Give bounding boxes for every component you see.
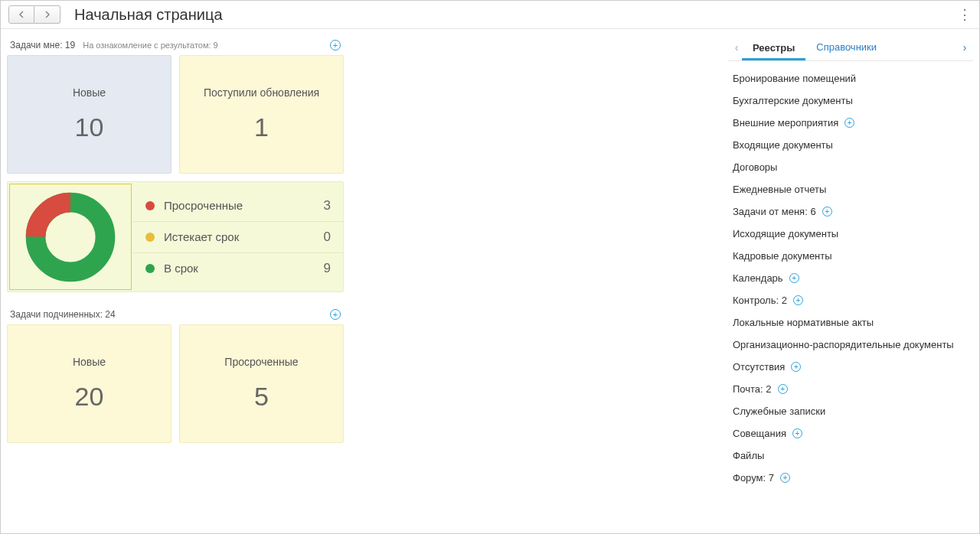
registry-item[interactable]: Почта: 2+ (731, 378, 970, 400)
registry-item[interactable]: Бухгалтерские документы (731, 90, 970, 112)
registry-item[interactable]: Контроль: 2+ (731, 289, 970, 311)
registry-item[interactable]: Кадровые документы (731, 245, 970, 267)
registry-list: Бронирование помещенийБухгалтерские доку… (728, 61, 973, 495)
more-menu-button[interactable]: ⋮ (958, 13, 972, 16)
donut-chart (24, 191, 116, 283)
registry-item-label: Входящие документы (733, 139, 833, 151)
registry-item-label: Организационно-распорядительные документ… (733, 339, 954, 350)
legend-label: Истекает срок (164, 230, 303, 243)
card-value: 5 (254, 382, 269, 412)
sub-tasks-header: Задачи подчиненных: 24 + (7, 306, 344, 324)
tab-directories[interactable]: Справочники (805, 37, 887, 57)
registry-item[interactable]: Локальные нормативные акты (731, 311, 970, 334)
card-label: Просроченные (224, 356, 298, 368)
add-icon[interactable]: + (844, 118, 854, 128)
legend-row-ontime[interactable]: В срок 9 (133, 253, 343, 284)
tasks-cards-row: Новые 10 Поступили обновления 1 (7, 55, 344, 174)
tabs-next-button[interactable]: › (959, 41, 970, 54)
card-label: Новые (73, 356, 106, 368)
registry-item[interactable]: Организационно-распорядительные документ… (731, 334, 970, 356)
card-label: Поступили обновления (204, 86, 319, 99)
add-task-button[interactable]: + (330, 40, 341, 50)
add-icon[interactable]: + (792, 428, 802, 438)
add-icon[interactable]: + (780, 473, 790, 483)
card-updates[interactable]: Поступили обновления 1 (179, 55, 344, 174)
donut-legend: Просроченные 3 Истекает срок 0 В срок 9 (133, 182, 343, 291)
registry-item[interactable]: Задачи от меня: 6+ (731, 200, 970, 223)
registry-item[interactable]: Исходящие документы (731, 223, 970, 245)
registry-item[interactable]: Файлы (731, 444, 970, 467)
legend-label: Просроченные (164, 199, 303, 212)
add-icon[interactable]: + (789, 273, 799, 283)
registry-item[interactable]: Служебные записки (731, 400, 970, 422)
card-sub-new[interactable]: Новые 20 (7, 324, 172, 443)
registry-item-label: Служебные записки (733, 405, 825, 417)
registry-item[interactable]: Отсутствия+ (731, 356, 970, 378)
registry-item-label: Файлы (733, 450, 764, 461)
tasks-to-me-title: Задачи мне: 19 (10, 40, 75, 50)
add-icon[interactable]: + (793, 295, 803, 305)
tab-registries[interactable]: Реестры (742, 37, 805, 60)
donut-chart-wrap[interactable] (9, 184, 132, 290)
registry-item-label: Внешние мероприятия (733, 117, 838, 129)
registry-item-label: Отсутствия (733, 361, 785, 373)
legend-row-overdue[interactable]: Просроченные 3 (133, 190, 343, 222)
card-sub-overdue[interactable]: Просроченные 5 (179, 324, 344, 443)
tabs-row: ‹ Реестры Справочники › (728, 37, 973, 61)
dot-green-icon (145, 264, 155, 273)
registry-item-label: Исходящие документы (733, 228, 838, 239)
registry-item-label: Ежедневные отчеты (733, 184, 826, 195)
registry-item-label: Локальные нормативные акты (733, 317, 874, 328)
add-icon[interactable]: + (822, 207, 832, 217)
registry-item-label: Задачи от меня: 6 (733, 206, 816, 217)
right-column: ‹ Реестры Справочники › Бронирование пом… (359, 37, 973, 523)
registry-item-label: Календарь (733, 272, 783, 284)
dot-red-icon (145, 201, 155, 210)
card-value: 10 (75, 112, 104, 142)
legend-label: В срок (164, 262, 303, 275)
sub-tasks-title: Задачи подчиненных: 24 (10, 309, 116, 320)
registry-item[interactable]: Календарь+ (731, 267, 970, 289)
sub-tasks-cards-row: Новые 20 Просроченные 5 (7, 324, 344, 443)
tasks-to-me-subtitle: На ознакомление с результатом: 9 (83, 41, 218, 50)
legend-value: 9 (312, 261, 331, 276)
status-donut-block: Просроченные 3 Истекает срок 0 В срок 9 (7, 181, 344, 292)
registry-item[interactable]: Бронирование помещений (731, 67, 970, 90)
registry-item-label: Контроль: 2 (733, 295, 787, 306)
registry-item-label: Бронирование помещений (733, 73, 856, 84)
card-value: 1 (254, 112, 269, 142)
registry-item-label: Форум: 7 (733, 472, 774, 484)
add-sub-task-button[interactable]: + (330, 309, 341, 320)
registry-item[interactable]: Ежедневные отчеты (731, 178, 970, 200)
nav-back-button[interactable] (8, 5, 34, 24)
legend-value: 0 (312, 230, 331, 245)
dot-yellow-icon (145, 233, 155, 242)
card-new-tasks[interactable]: Новые 10 (7, 55, 172, 174)
tabs-prev-button[interactable]: ‹ (731, 41, 742, 54)
add-icon[interactable]: + (791, 362, 801, 372)
registry-item[interactable]: Договоры (731, 156, 970, 178)
legend-row-expiring[interactable]: Истекает срок 0 (133, 222, 343, 253)
content: Задачи мне: 19 На ознакомление с результ… (1, 29, 979, 531)
registry-item-label: Почта: 2 (733, 383, 772, 395)
legend-value: 3 (312, 198, 331, 213)
page-title: Начальная страница (74, 6, 223, 24)
registry-item[interactable]: Внешние мероприятия+ (731, 112, 970, 134)
registry-item-label: Бухгалтерские документы (733, 95, 853, 106)
registry-item-label: Договоры (733, 161, 777, 173)
right-panel: ‹ Реестры Справочники › Бронирование пом… (728, 37, 973, 523)
tasks-to-me-header: Задачи мне: 19 На ознакомление с результ… (7, 37, 344, 55)
arrow-left-icon (18, 11, 25, 18)
nav-buttons (8, 5, 60, 24)
registry-item[interactable]: Совещания+ (731, 422, 970, 444)
registry-item[interactable]: Форум: 7+ (731, 467, 970, 489)
left-column: Задачи мне: 19 На ознакомление с результ… (7, 37, 344, 523)
card-label: Новые (73, 86, 106, 99)
nav-forward-button[interactable] (34, 5, 60, 24)
registry-item-label: Совещания (733, 428, 786, 439)
add-icon[interactable]: + (778, 384, 788, 394)
topbar: Начальная страница ⋮ (1, 1, 979, 29)
registry-item[interactable]: Входящие документы (731, 134, 970, 156)
card-value: 20 (75, 382, 104, 412)
registry-item-label: Кадровые документы (733, 250, 832, 262)
